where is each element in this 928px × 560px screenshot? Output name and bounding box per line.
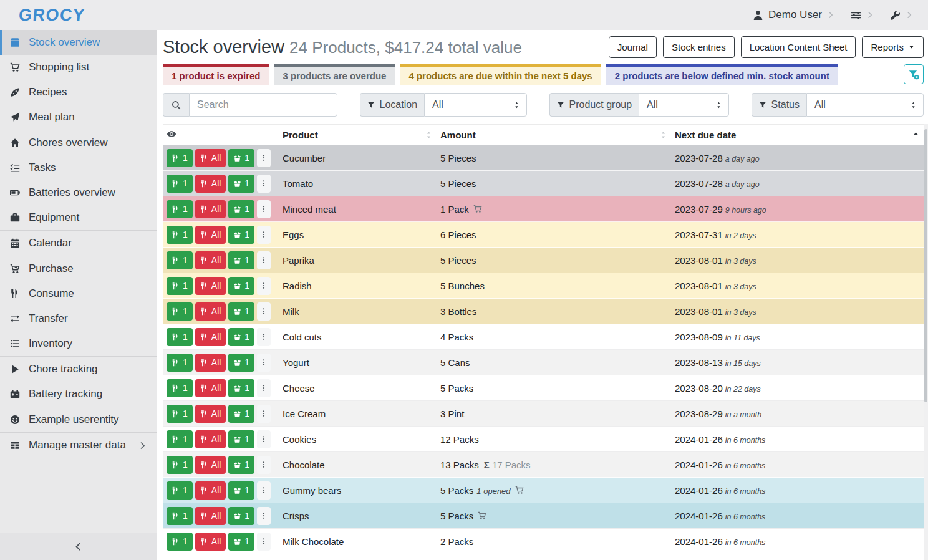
consume-one-button[interactable]: 1 [167,251,193,269]
consume-all-button[interactable]: All [195,149,226,167]
location-select[interactable]: All [424,93,527,117]
row-menu-button[interactable] [257,354,271,372]
consume-all-button[interactable]: All [195,200,226,218]
sidebar-item-meal-plan[interactable]: Meal plan [0,105,157,130]
settings-menu[interactable] [851,10,874,21]
open-one-button[interactable]: 1 [228,405,254,423]
open-one-button[interactable]: 1 [228,507,254,525]
row-menu-button[interactable] [257,200,271,218]
open-one-button[interactable]: 1 [228,175,254,193]
sidebar-item-transfer[interactable]: Transfer [0,306,157,331]
consume-all-button[interactable]: All [195,533,226,551]
sidebar-item-battery-tracking[interactable]: Battery tracking [0,382,157,407]
open-one-button[interactable]: 1 [228,430,254,448]
open-one-button[interactable]: 1 [228,277,254,295]
consume-one-button[interactable]: 1 [167,175,193,193]
consume-all-button[interactable]: All [195,328,226,346]
sidebar-item-purchase[interactable]: Purchase [0,256,157,281]
user-menu[interactable]: Demo User [753,9,834,21]
row-menu-button[interactable] [257,379,271,397]
row-menu-button[interactable] [257,328,271,346]
consume-one-button[interactable]: 1 [167,302,193,321]
row-menu-button[interactable] [257,149,271,167]
consume-one-button[interactable]: 1 [167,481,193,500]
open-one-button[interactable]: 1 [228,226,254,244]
open-one-button[interactable]: 1 [228,251,254,269]
row-menu-button[interactable] [257,277,271,295]
product-group-select[interactable]: All [639,93,729,117]
app-logo[interactable]: GROCY [18,6,86,25]
sidebar-item-chore-tracking[interactable]: Chore tracking [0,357,157,382]
consume-all-button[interactable]: All [195,379,226,397]
consume-all-button[interactable]: All [195,251,226,269]
sidebar-item-stock-overview[interactable]: Stock overview [0,30,157,55]
status-select[interactable]: All [806,93,924,117]
consume-all-button[interactable]: All [195,405,226,423]
stock-entries-button[interactable]: Stock entries [663,36,735,58]
sidebar-item-equipment[interactable]: Equipment [0,205,157,230]
row-menu-button[interactable] [257,405,271,423]
consume-one-button[interactable]: 1 [167,405,193,423]
journal-button[interactable]: Journal [609,36,657,58]
column-header-amount[interactable]: Amount [437,125,671,145]
consume-all-button[interactable]: All [195,354,226,372]
open-one-button[interactable]: 1 [228,533,254,551]
column-header-product[interactable]: Product [279,125,437,145]
row-menu-button[interactable] [257,251,271,269]
open-one-button[interactable]: 1 [228,149,254,167]
consume-one-button[interactable]: 1 [167,200,193,218]
consume-all-button[interactable]: All [195,456,226,474]
consume-all-button[interactable]: All [195,175,226,193]
open-one-button[interactable]: 1 [228,328,254,346]
row-menu-button[interactable] [257,430,271,448]
open-one-button[interactable]: 1 [228,481,254,500]
row-menu-button[interactable] [257,507,271,525]
sidebar-item-chores-overview[interactable]: Chores overview [0,130,157,155]
consume-all-button[interactable]: All [195,481,226,500]
consume-one-button[interactable]: 1 [167,430,193,448]
reports-button[interactable]: Reports [862,36,924,58]
consume-one-button[interactable]: 1 [167,226,193,244]
consume-all-button[interactable]: All [195,277,226,295]
column-visibility-toggle[interactable] [163,125,279,145]
search-input[interactable] [189,93,337,117]
consume-all-button[interactable]: All [195,507,226,525]
row-menu-button[interactable] [257,481,271,500]
consume-one-button[interactable]: 1 [167,149,193,167]
consume-one-button[interactable]: 1 [167,354,193,372]
column-header-next-due-date[interactable]: Next due date [671,125,924,145]
scrollbar[interactable] [924,124,928,560]
sidebar-item-manage-master-data[interactable]: Manage master data [0,433,157,458]
consume-one-button[interactable]: 1 [167,533,193,551]
open-one-button[interactable]: 1 [228,302,254,321]
consume-one-button[interactable]: 1 [167,277,193,295]
consume-one-button[interactable]: 1 [167,328,193,346]
sidebar-item-batteries-overview[interactable]: Batteries overview [0,180,157,205]
open-one-button[interactable]: 1 [228,354,254,372]
consume-all-button[interactable]: All [195,302,226,321]
clear-filters-button[interactable] [904,64,924,84]
sidebar-item-consume[interactable]: Consume [0,281,157,306]
row-menu-button[interactable] [257,533,271,551]
consume-all-button[interactable]: All [195,430,226,448]
sidebar-item-inventory[interactable]: Inventory [0,331,157,356]
row-menu-button[interactable] [257,302,271,321]
row-menu-button[interactable] [257,456,271,474]
admin-menu[interactable] [890,10,913,21]
location-content-sheet-button[interactable]: Location Content Sheet [741,36,856,58]
consume-one-button[interactable]: 1 [167,379,193,397]
sidebar-item-example-userentity[interactable]: Example userentity [0,407,157,432]
scrollbar-thumb[interactable] [924,129,927,402]
consume-all-button[interactable]: All [195,226,226,244]
open-one-button[interactable]: 1 [228,379,254,397]
row-menu-button[interactable] [257,175,271,193]
sidebar-item-recipes[interactable]: Recipes [0,80,157,105]
open-one-button[interactable]: 1 [228,200,254,218]
sidebar-collapse-button[interactable] [0,533,157,560]
sidebar-item-calendar[interactable]: Calendar [0,231,157,256]
row-menu-button[interactable] [257,226,271,244]
consume-one-button[interactable]: 1 [167,507,193,525]
sidebar-item-tasks[interactable]: Tasks [0,155,157,180]
open-one-button[interactable]: 1 [228,456,254,474]
consume-one-button[interactable]: 1 [167,456,193,474]
